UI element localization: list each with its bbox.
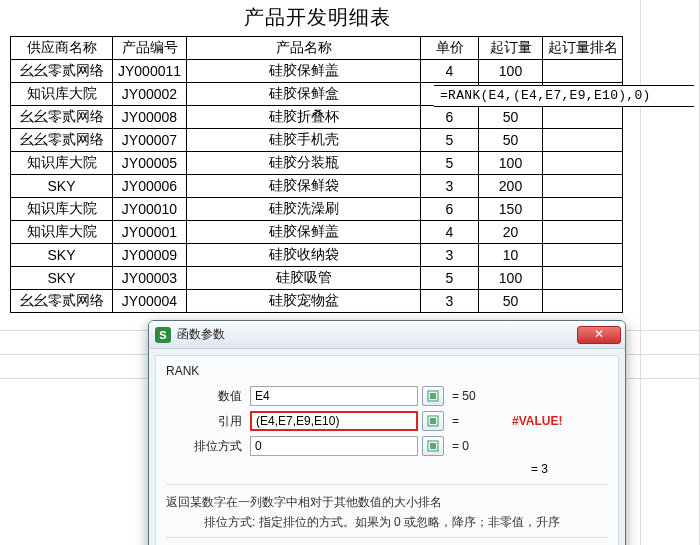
col-unit-price[interactable]: 单价 — [421, 37, 479, 60]
cell[interactable]: SKY — [11, 267, 113, 290]
col-moq-rank[interactable]: 起订量排名 — [543, 37, 623, 60]
table-row[interactable]: SKYJY00006硅胶保鲜袋3200 — [11, 175, 623, 198]
table-title: 产品开发明细表 — [10, 4, 625, 34]
col-supplier[interactable]: 供应商名称 — [11, 37, 113, 60]
ref-picker-icon[interactable] — [422, 436, 444, 456]
table-row[interactable]: 知识库大院JY00001硅胶保鲜盖420 — [11, 221, 623, 244]
cell[interactable]: 幺幺零贰网络 — [11, 129, 113, 152]
cell[interactable]: 150 — [479, 198, 543, 221]
cell[interactable] — [543, 221, 623, 244]
cell[interactable]: SKY — [11, 175, 113, 198]
cell[interactable]: JY00006 — [113, 175, 187, 198]
cell[interactable]: 100 — [479, 60, 543, 83]
cell[interactable]: 50 — [479, 106, 543, 129]
cell[interactable]: 5 — [421, 129, 479, 152]
cell[interactable]: 硅胶吸管 — [187, 267, 421, 290]
cell[interactable]: 50 — [479, 129, 543, 152]
cell[interactable]: 10 — [479, 244, 543, 267]
cell[interactable]: JY00007 — [113, 129, 187, 152]
cell[interactable]: JY00004 — [113, 290, 187, 313]
cell[interactable]: 20 — [479, 221, 543, 244]
cell[interactable]: 知识库大院 — [11, 221, 113, 244]
cell[interactable]: JY00002 — [113, 83, 187, 106]
cell[interactable]: 硅胶保鲜盖 — [187, 221, 421, 244]
cell[interactable]: 幺幺零贰网络 — [11, 60, 113, 83]
cell[interactable] — [543, 267, 623, 290]
formula-preview: = 3 — [166, 462, 608, 476]
cell[interactable]: 幺幺零贰网络 — [11, 290, 113, 313]
cell[interactable]: 硅胶保鲜袋 — [187, 175, 421, 198]
cell[interactable]: 硅胶洗澡刷 — [187, 198, 421, 221]
cell[interactable]: 硅胶保鲜盖 — [187, 60, 421, 83]
data-table[interactable]: 供应商名称 产品编号 产品名称 单价 起订量 起订量排名 幺幺零贰网络JY000… — [10, 36, 623, 313]
editing-formula-cell[interactable]: =RANK(E4,(E4,E7,E9,E10),0) — [434, 85, 694, 107]
cell[interactable]: 知识库大院 — [11, 83, 113, 106]
arg-ref-result: #VALUE! — [512, 414, 562, 428]
cell[interactable]: JY00010 — [113, 198, 187, 221]
spreadsheet-area[interactable]: 产品开发明细表 供应商名称 产品编号 产品名称 单价 起订量 起订量排名 幺幺零… — [0, 0, 700, 545]
cell[interactable]: 5 — [421, 152, 479, 175]
col-product-name[interactable]: 产品名称 — [187, 37, 421, 60]
cell[interactable] — [543, 175, 623, 198]
dialog-titlebar[interactable]: S 函数参数 ✕ — [149, 321, 625, 349]
table-row[interactable]: 幺幺零贰网络JY00004硅胶宠物盆350 — [11, 290, 623, 313]
cell[interactable] — [543, 290, 623, 313]
ref-picker-icon[interactable] — [422, 411, 444, 431]
cell[interactable]: JY00008 — [113, 106, 187, 129]
cell[interactable]: JY00005 — [113, 152, 187, 175]
cell[interactable] — [543, 244, 623, 267]
cell[interactable]: 100 — [479, 267, 543, 290]
cell[interactable]: 6 — [421, 106, 479, 129]
cell[interactable]: 硅胶手机壳 — [187, 129, 421, 152]
function-arguments-dialog[interactable]: S 函数参数 ✕ RANK 数值 = 50 引用 = #VALU — [148, 320, 626, 545]
table-row[interactable]: 幺幺零贰网络JY000011硅胶保鲜盖4100 — [11, 60, 623, 83]
cell[interactable] — [543, 152, 623, 175]
cell[interactable] — [543, 60, 623, 83]
cell[interactable]: 知识库大院 — [11, 198, 113, 221]
svg-rect-3 — [430, 418, 436, 424]
arg-number-input[interactable] — [250, 386, 418, 406]
cell[interactable]: 5 — [421, 267, 479, 290]
cell[interactable]: 4 — [421, 60, 479, 83]
table-row[interactable]: SKYJY00009硅胶收纳袋310 — [11, 244, 623, 267]
table-row[interactable]: SKYJY00003硅胶吸管5100 — [11, 267, 623, 290]
cell[interactable]: 6 — [421, 198, 479, 221]
arg-number-result: = 50 — [452, 389, 512, 403]
cell[interactable]: 硅胶保鲜盒 — [187, 83, 421, 106]
cell[interactable]: 50 — [479, 290, 543, 313]
arg-order-input[interactable] — [250, 436, 418, 456]
cell[interactable] — [543, 106, 623, 129]
arg-order-label: 排位方式 — [166, 438, 250, 455]
col-product-id[interactable]: 产品编号 — [113, 37, 187, 60]
cell[interactable] — [543, 198, 623, 221]
cell[interactable]: 3 — [421, 175, 479, 198]
table-row[interactable]: 幺幺零贰网络JY00008硅胶折叠杯650 — [11, 106, 623, 129]
cell[interactable]: 硅胶收纳袋 — [187, 244, 421, 267]
cell[interactable]: 200 — [479, 175, 543, 198]
cell[interactable]: 幺幺零贰网络 — [11, 106, 113, 129]
cell[interactable]: 3 — [421, 244, 479, 267]
function-name: RANK — [166, 364, 608, 378]
cell[interactable]: 硅胶分装瓶 — [187, 152, 421, 175]
col-moq[interactable]: 起订量 — [479, 37, 543, 60]
cell[interactable]: JY00001 — [113, 221, 187, 244]
ref-picker-icon[interactable] — [422, 386, 444, 406]
cell[interactable]: 硅胶宠物盆 — [187, 290, 421, 313]
close-icon[interactable]: ✕ — [577, 326, 621, 344]
cell[interactable]: 知识库大院 — [11, 152, 113, 175]
cell[interactable]: JY00009 — [113, 244, 187, 267]
cell[interactable]: JY00003 — [113, 267, 187, 290]
cell[interactable]: 4 — [421, 221, 479, 244]
table-header-row: 供应商名称 产品编号 产品名称 单价 起订量 起订量排名 — [11, 37, 623, 60]
table-row[interactable]: 知识库大院JY00010硅胶洗澡刷6150 — [11, 198, 623, 221]
table-row[interactable]: 知识库大院JY00005硅胶分装瓶5100 — [11, 152, 623, 175]
calculation-result: 计算结果 = 3 — [166, 537, 608, 545]
cell[interactable]: JY000011 — [113, 60, 187, 83]
cell[interactable] — [543, 129, 623, 152]
arg-ref-input[interactable] — [250, 411, 418, 431]
cell[interactable]: 100 — [479, 152, 543, 175]
cell[interactable]: 3 — [421, 290, 479, 313]
table-row[interactable]: 幺幺零贰网络JY00007硅胶手机壳550 — [11, 129, 623, 152]
cell[interactable]: 硅胶折叠杯 — [187, 106, 421, 129]
cell[interactable]: SKY — [11, 244, 113, 267]
